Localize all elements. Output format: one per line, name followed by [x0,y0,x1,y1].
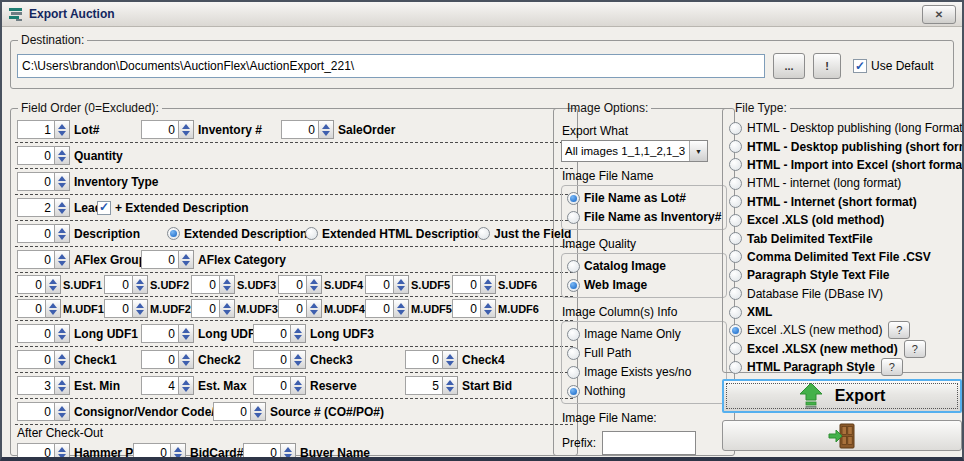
spinner-arrows-icon[interactable] [443,376,458,395]
spinner-bidcard[interactable]: 0 [133,443,186,461]
filetype-option[interactable]: HTML - Desktop publishing (long Format) [729,119,964,137]
extended-description-label[interactable]: + Extended Description [115,201,249,215]
spinner-mudf1[interactable]: 0 [17,299,61,318]
spinner-arrows-icon[interactable] [307,275,322,294]
spinner-sudf3[interactable]: 0 [191,275,235,294]
spinner-inventory-num[interactable]: 0 [141,120,194,139]
radio-comma-delimited-csv[interactable] [729,250,742,263]
radio-excel-xls-new[interactable] [729,324,742,337]
radio-image-name-only[interactable] [567,328,580,341]
spinner-arrows-icon[interactable] [179,324,194,343]
spinner-arrows-icon[interactable] [55,350,70,369]
filetype-option[interactable]: HTML Paragraph Style? [729,358,964,376]
spinner-value[interactable]: 0 [17,172,55,191]
spinner-value[interactable]: 1 [17,120,55,139]
spinner-arrows-icon[interactable] [55,250,70,269]
spinner-arrows-icon[interactable] [55,146,70,165]
spinner-value[interactable]: 0 [17,250,55,269]
filetype-option[interactable]: Excel .XLS (new method)? [729,321,964,339]
radio-excel-xls-old[interactable] [729,214,742,227]
spinner-sudf4[interactable]: 0 [278,275,322,294]
exit-button[interactable] [722,420,962,451]
spinner-arrows-icon[interactable] [55,172,70,191]
radio-just-the-field[interactable] [477,227,490,240]
spinner-arrows-icon[interactable] [481,299,496,318]
spinner-long-udf2[interactable]: 0 [141,324,194,343]
spinner-aflex-category[interactable]: 0 [141,250,194,269]
export-button[interactable]: Export [722,379,962,413]
export-what-value[interactable]: All images 1_1,1_2,1_3 [562,141,689,161]
spinner-mudf6[interactable]: 0 [452,299,496,318]
spinner-est-min[interactable]: 3 [17,376,70,395]
spinner-check1[interactable]: 0 [17,350,70,369]
spinner-quantity[interactable]: 0 [17,146,70,165]
spinner-value[interactable]: 0 [17,146,55,165]
spinner-hammer-price[interactable]: 0 [17,443,70,461]
spinner-arrows-icon[interactable] [179,250,194,269]
use-default-label[interactable]: Use Default [871,59,934,73]
spinner-est-max[interactable]: 4 [141,376,194,395]
extended-description-checkbox[interactable]: ✓ [97,201,111,215]
spinner-arrows-icon[interactable] [55,120,70,139]
radio-html-dtp-short[interactable] [729,140,742,153]
radio-tab-delimited[interactable] [729,232,742,245]
radio-filename-as-inventory[interactable] [567,211,580,224]
radio-html-import-excel[interactable] [729,158,742,171]
spinner-arrows-icon[interactable] [46,299,61,318]
filetype-option[interactable]: Tab Delimited TextFile [729,229,964,247]
spinner-arrows-icon[interactable] [179,376,194,395]
spinner-arrows-icon[interactable] [133,275,148,294]
radio-extended-description[interactable] [167,227,180,240]
filetype-option[interactable]: HTML - internet (long format) [729,174,964,192]
spinner-reserve[interactable]: 0 [253,376,306,395]
radio-catalog-image[interactable] [567,260,580,273]
help-button[interactable]: ? [888,321,910,339]
radio-filename-as-lot[interactable] [567,192,580,205]
spinner-mudf2[interactable]: 0 [104,299,148,318]
radio-web-image[interactable] [567,279,580,292]
spinner-arrows-icon[interactable] [291,376,306,395]
spinner-arrows-icon[interactable] [55,376,70,395]
spinner-check2[interactable]: 0 [141,350,194,369]
filetype-option[interactable]: Excel .XLSX (new method)? [729,340,964,358]
radio-html-paragraph-style[interactable] [729,361,742,374]
filetype-option[interactable]: HTML - Import into Excel (short format) [729,156,964,174]
spinner-arrows-icon[interactable] [133,299,148,318]
spinner-arrows-icon[interactable] [394,299,409,318]
spinner-buyer-name[interactable]: 0 [243,443,296,461]
spinner-value[interactable]: 0 [141,250,179,269]
prefix-input[interactable] [602,431,696,455]
spinner-arrows-icon[interactable] [179,120,194,139]
spinner-lead[interactable]: 2 [17,198,70,217]
spinner-arrows-icon[interactable] [319,120,334,139]
filetype-option[interactable]: Comma Delimited Text File .CSV [729,248,964,266]
spinner-arrows-icon[interactable] [55,224,70,243]
spinner-arrows-icon[interactable] [291,350,306,369]
spinner-arrows-icon[interactable] [251,402,266,421]
spinner-arrows-icon[interactable] [55,198,70,217]
spinner-consignor[interactable]: 0 [17,402,70,421]
radio-dbase[interactable] [729,287,742,300]
radio-paragraph-text[interactable] [729,269,742,282]
radio-full-path[interactable] [567,347,580,360]
spinner-aflex-group[interactable]: 0 [17,250,70,269]
export-what-combobox[interactable]: All images 1_1,1_2,1_3 ▼ [561,140,708,162]
spinner-arrows-icon[interactable] [307,299,322,318]
help-button[interactable]: ? [881,358,903,376]
spinner-value[interactable]: 2 [17,198,55,217]
spinner-check4[interactable]: 0 [405,350,458,369]
use-default-checkbox[interactable]: ✓ [853,59,867,73]
spinner-arrows-icon[interactable] [55,402,70,421]
spinner-arrows-icon[interactable] [220,275,235,294]
spinner-value[interactable]: 0 [141,120,179,139]
spinner-arrows-icon[interactable] [481,275,496,294]
radio-nothing[interactable] [567,385,580,398]
spinner-arrows-icon[interactable] [443,350,458,369]
spinner-start-bid[interactable]: 5 [405,376,458,395]
radio-excel-xlsx-new[interactable] [729,342,742,355]
help-button[interactable]: ? [904,340,926,358]
spinner-sudf5[interactable]: 0 [365,275,409,294]
radio-image-exists[interactable] [567,366,580,379]
spinner-description[interactable]: 0 [17,224,70,243]
spinner-saleorder[interactable]: 0 [281,120,334,139]
